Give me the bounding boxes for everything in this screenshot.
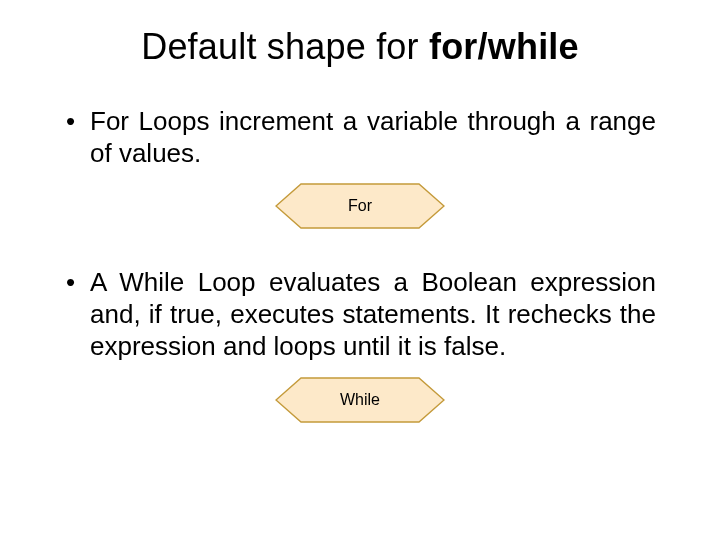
bullet-list: For Loops increment a variable through a… [64, 106, 656, 169]
slide: Default shape for for/while For Loops in… [0, 0, 720, 540]
while-shape-row: While [64, 377, 656, 427]
while-shape-label: While [275, 377, 445, 423]
while-hexagon-shape: While [275, 377, 445, 423]
for-hexagon-shape: For [275, 183, 445, 229]
title-bold: for/while [429, 26, 579, 67]
for-shape-row: For [64, 183, 656, 233]
bullet-for: For Loops increment a variable through a… [64, 106, 656, 169]
slide-title: Default shape for for/while [64, 26, 656, 68]
bullet-list-2: A While Loop evaluates a Boolean express… [64, 267, 656, 362]
title-prefix: Default shape for [141, 26, 429, 67]
for-shape-label: For [275, 183, 445, 229]
bullet-while: A While Loop evaluates a Boolean express… [64, 267, 656, 362]
